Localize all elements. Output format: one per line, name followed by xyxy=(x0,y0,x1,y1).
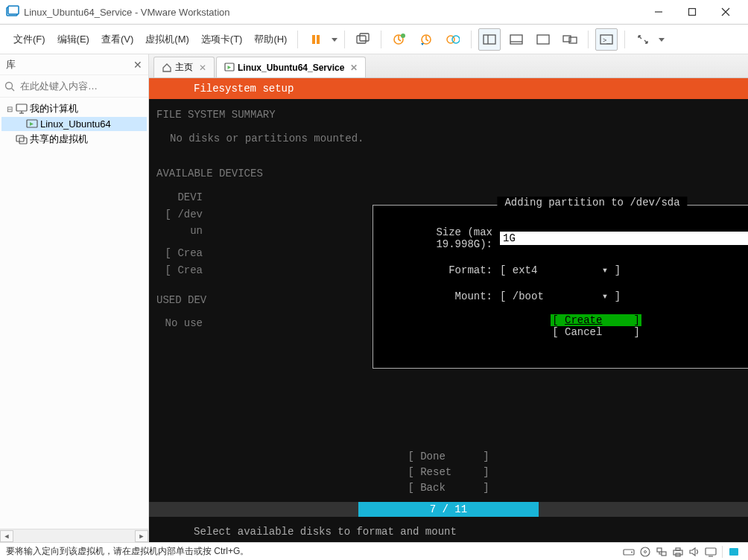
format-select[interactable]: [ ext4▾ ] xyxy=(500,264,621,276)
progress-label: 7 / 11 xyxy=(358,502,538,517)
menubar: 文件(F) 编辑(E) 查看(V) 虚拟机(M) 选项卡(T) 帮助(H) >_ xyxy=(0,25,748,54)
tab-vm-label: Linux_Ubuntu64_Service xyxy=(238,63,344,73)
hard-disk-icon[interactable] xyxy=(621,545,637,559)
display-icon[interactable] xyxy=(703,545,719,559)
separator xyxy=(344,31,345,48)
bg-text: DEVI xyxy=(156,189,203,206)
stretch-icon[interactable] xyxy=(632,28,654,51)
view-console-icon[interactable] xyxy=(478,28,501,51)
bg-text: No use xyxy=(156,315,203,331)
menu-help[interactable]: 帮助(H) xyxy=(248,30,293,49)
bg-text: [ /dev xyxy=(156,206,203,223)
vmware-tools-icon[interactable] xyxy=(726,545,742,559)
view-multimon-icon[interactable] xyxy=(559,28,581,51)
send-ctrl-alt-del-icon[interactable] xyxy=(352,28,374,51)
svg-rect-45 xyxy=(676,548,680,550)
svg-rect-1 xyxy=(8,6,19,14)
library-search-row: ▼ xyxy=(0,75,148,98)
vm-running-icon xyxy=(25,119,39,130)
svg-rect-3 xyxy=(688,9,695,16)
view-cycle-icon[interactable]: >_ xyxy=(595,28,618,51)
format-label: Format: xyxy=(396,264,500,276)
vmware-logo-icon xyxy=(6,5,19,19)
tab-vm[interactable]: Linux_Ubuntu64_Service ✕ xyxy=(216,57,366,77)
pause-button[interactable] xyxy=(305,28,327,51)
svg-marker-26 xyxy=(659,38,665,42)
svg-marker-14 xyxy=(421,43,424,45)
svg-point-40 xyxy=(641,547,650,556)
mount-select[interactable]: [ /boot▾ ] xyxy=(500,290,621,302)
menu-vm[interactable]: 虚拟机(M) xyxy=(139,30,195,49)
menu-edit[interactable]: 编辑(E) xyxy=(51,30,95,49)
library-close-icon[interactable]: ✕ xyxy=(133,59,142,71)
format-row: Format: [ ext4▾ ] xyxy=(396,264,748,276)
tab-close-icon[interactable]: ✕ xyxy=(350,63,358,73)
svg-rect-29 xyxy=(16,104,27,111)
svg-rect-34 xyxy=(16,136,24,141)
window-title: Linux_Ubuntu64_Service - VMware Workstat… xyxy=(24,7,641,18)
tree-node-linux-ubuntu[interactable]: Linux_Ubuntu64 xyxy=(1,117,147,131)
svg-rect-21 xyxy=(537,35,549,44)
snapshot-take-icon[interactable] xyxy=(388,28,411,51)
separator xyxy=(722,546,723,558)
cd-dvd-icon[interactable] xyxy=(637,545,653,559)
done-button[interactable]: [ Done ] xyxy=(149,449,748,465)
svg-point-41 xyxy=(644,550,647,553)
statusbar: 要将输入定向到该虚拟机，请在虚拟机内部单击或按 Ctrl+G。 xyxy=(0,542,748,560)
scroll-left-icon[interactable]: ◄ xyxy=(0,530,13,542)
scroll-right-icon[interactable]: ► xyxy=(135,530,148,542)
svg-marker-33 xyxy=(30,122,34,126)
installer-hint: Select available disks to format and mou… xyxy=(149,526,748,538)
cancel-button[interactable]: [ Cancel ] xyxy=(396,326,748,338)
svg-rect-49 xyxy=(729,548,738,556)
view-fullscreen-icon[interactable] xyxy=(532,28,554,51)
printer-icon[interactable] xyxy=(670,545,686,559)
library-title: 库 xyxy=(6,58,133,71)
content-area: 库 ✕ ▼ ⊟ 我的计算机 Linux_Ubuntu xyxy=(0,54,748,542)
back-button[interactable]: [ Back ] xyxy=(149,480,748,496)
snapshot-manager-icon[interactable] xyxy=(442,28,464,51)
separator xyxy=(297,31,298,48)
svg-point-12 xyxy=(401,34,405,38)
snapshot-revert-icon[interactable] xyxy=(415,28,437,51)
add-partition-dialog: Adding partition to /dev/sda Size (max 1… xyxy=(373,205,748,369)
svg-point-16 xyxy=(452,36,460,43)
vm-console[interactable]: Filesystem setup FILE SYSTEM SUMMARY No … xyxy=(149,78,748,542)
library-panel: 库 ✕ ▼ ⊟ 我的计算机 Linux_Ubuntu xyxy=(0,54,149,542)
close-button[interactable] xyxy=(709,0,742,24)
sidebar-horizontal-scrollbar[interactable]: ◄ ► xyxy=(0,529,148,542)
svg-rect-17 xyxy=(484,35,495,44)
menu-view[interactable]: 查看(V) xyxy=(95,30,139,49)
format-value: ext4 xyxy=(513,264,602,276)
network-icon[interactable] xyxy=(653,545,670,559)
svg-point-27 xyxy=(6,82,13,89)
tab-close-icon[interactable]: ✕ xyxy=(199,63,206,73)
chevron-down-icon: ▾ xyxy=(602,290,608,302)
tab-home[interactable]: 主页 ✕ xyxy=(153,57,215,77)
installer-header: Filesystem setup xyxy=(149,78,748,99)
stretch-dropdown-icon[interactable] xyxy=(656,28,667,51)
svg-rect-7 xyxy=(317,35,320,44)
mount-row: Mount: [ /boot▾ ] xyxy=(396,290,748,302)
dialog-title: Adding partition to /dev/sda xyxy=(497,197,687,209)
svg-rect-43 xyxy=(662,552,666,556)
tree-collapse-icon[interactable]: ⊟ xyxy=(4,105,15,113)
menu-file[interactable]: 文件(F) xyxy=(7,30,51,49)
view-unity-icon[interactable] xyxy=(505,28,527,51)
library-header: 库 ✕ xyxy=(0,54,148,75)
tree-node-shared-vms[interactable]: 共享的虚拟机 xyxy=(1,131,147,147)
sound-icon[interactable] xyxy=(686,545,703,559)
pause-dropdown-icon[interactable] xyxy=(329,28,340,51)
svg-rect-9 xyxy=(357,36,366,43)
create-button[interactable]: [ Create ] xyxy=(396,314,748,326)
svg-rect-35 xyxy=(19,138,27,144)
minimize-button[interactable] xyxy=(641,0,675,24)
library-search-input[interactable] xyxy=(18,78,148,94)
maximize-button[interactable] xyxy=(675,0,709,24)
menu-tabs[interactable]: 选项卡(T) xyxy=(195,30,249,49)
tree-root-my-computer[interactable]: ⊟ 我的计算机 xyxy=(1,101,147,117)
size-input[interactable] xyxy=(500,232,748,245)
home-icon xyxy=(162,63,172,73)
reset-button[interactable]: [ Reset ] xyxy=(149,465,748,480)
library-tree: ⊟ 我的计算机 Linux_Ubuntu64 共享的虚拟机 xyxy=(0,98,148,150)
